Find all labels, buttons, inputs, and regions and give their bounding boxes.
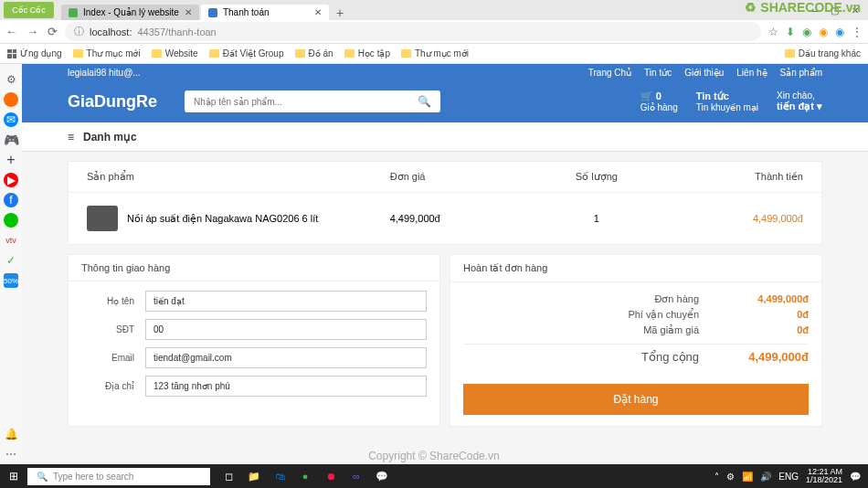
- volume-icon[interactable]: 🔊: [760, 472, 771, 482]
- record-icon[interactable]: ⏺: [322, 468, 340, 484]
- nav-link[interactable]: Sản phẩm: [780, 68, 822, 78]
- coccoc-icon[interactable]: ●: [296, 468, 314, 484]
- sidebar-icon[interactable]: [4, 92, 18, 107]
- sidebar-icon[interactable]: [4, 213, 18, 228]
- forward-button[interactable]: →: [26, 25, 38, 38]
- tab-title: Index - Quản lý website: [83, 7, 179, 17]
- browser-sidebar: ⚙ ✉ 🎮 + ▶ f vtv ✓ 50% 🔔 ⋯: [0, 64, 22, 464]
- news-title: Tin tức: [696, 90, 758, 102]
- bookmark-item[interactable]: Thư mục mới: [73, 48, 141, 58]
- col-header: Sản phẩm: [87, 171, 390, 183]
- store-icon[interactable]: 🛍: [270, 468, 289, 484]
- tray-icon[interactable]: ⚙: [726, 472, 735, 482]
- url-input[interactable]: ⓘ localhost:44357/thanh-toan: [65, 22, 761, 41]
- back-button[interactable]: ←: [5, 25, 17, 38]
- clock[interactable]: 12:21 AM 1/18/2021: [806, 468, 842, 484]
- panel-title: Thông tin giao hàng: [69, 255, 439, 281]
- ext-icon[interactable]: ◉: [819, 26, 828, 38]
- settings-icon[interactable]: ⚙: [4, 72, 18, 87]
- apps-button[interactable]: Ứng dụng: [7, 48, 62, 58]
- ext-icon[interactable]: ⬇: [786, 26, 795, 38]
- page-body: Sản phẩm Đơn giá Số lượng Thành tiền Nồi…: [22, 152, 868, 464]
- sidebar-icon[interactable]: ✓: [4, 253, 18, 268]
- bookmark-item[interactable]: Đất Việt Group: [209, 48, 284, 58]
- news-widget[interactable]: Tin tức Tin khuyến mại: [696, 90, 758, 112]
- bookmark-item[interactable]: Website: [152, 48, 198, 58]
- search-icon[interactable]: 🔍: [418, 95, 431, 108]
- nav-link[interactable]: Tin tức: [644, 68, 672, 78]
- game-icon[interactable]: 🎮: [4, 133, 18, 147]
- nav-link[interactable]: Liên hệ: [736, 68, 767, 78]
- address-input[interactable]: [145, 376, 427, 397]
- cart-count: 0: [656, 90, 662, 101]
- wifi-icon[interactable]: 📶: [742, 472, 753, 482]
- product-image: [87, 206, 118, 231]
- total-value: 4,499,000đ: [726, 350, 809, 364]
- info-icon: ⓘ: [74, 25, 84, 38]
- tab-favicon: [69, 8, 78, 17]
- site-header: GiaDungRe 🔍 🛒 0 Giỏ hàng Tin tức Tin khu…: [22, 80, 868, 122]
- nav-link[interactable]: Trang Chủ: [588, 68, 631, 78]
- notifications-icon[interactable]: 💬: [850, 472, 861, 482]
- new-tab-button[interactable]: +: [331, 5, 349, 20]
- reload-button[interactable]: ⟳: [48, 25, 58, 38]
- start-button[interactable]: ⊞: [0, 470, 27, 483]
- plus-icon[interactable]: +: [4, 153, 18, 167]
- email-input[interactable]: [145, 347, 427, 368]
- star-icon[interactable]: ☆: [768, 26, 778, 38]
- browser-tab[interactable]: Thanh toán ✕: [201, 5, 329, 20]
- bookmark-item[interactable]: Đồ án: [295, 48, 333, 58]
- taskbar-search[interactable]: 🔍 Type here to search: [27, 468, 210, 485]
- bookmark-item[interactable]: Thư mục mới: [401, 48, 469, 58]
- url-path: 44357/thanh-toan: [137, 27, 216, 37]
- category-bar[interactable]: ≡ Danh mục: [22, 122, 868, 152]
- browser-logo: Cốc Cốc: [4, 2, 54, 18]
- place-order-button[interactable]: Đặt hàng: [463, 384, 809, 415]
- watermark-top: ♻ SHARECODE.vn: [745, 0, 861, 15]
- youtube-icon[interactable]: ▶: [4, 173, 18, 187]
- close-icon[interactable]: ✕: [185, 7, 192, 17]
- cart-icon: 🛒: [640, 90, 653, 101]
- sidebar-icon[interactable]: 50%: [4, 273, 18, 288]
- username: tiến đạt ▾: [777, 101, 822, 112]
- nav-link[interactable]: Giới thiệu: [684, 68, 724, 78]
- vs-icon[interactable]: ∞: [347, 468, 365, 484]
- tab-title: Thanh toán: [223, 7, 270, 17]
- other-bookmarks[interactable]: Dấu trang khác: [785, 48, 861, 58]
- messenger-icon[interactable]: ✉: [4, 112, 18, 127]
- bookmark-item[interactable]: Học tập: [344, 48, 390, 58]
- facebook-icon[interactable]: f: [4, 193, 18, 207]
- summary-label: Mã giảm giá: [643, 324, 699, 336]
- col-header: Số lượng: [527, 171, 665, 183]
- more-icon[interactable]: ⋯: [4, 447, 18, 461]
- phone-input[interactable]: [145, 319, 427, 340]
- brand-logo[interactable]: GiaDungRe: [68, 92, 157, 111]
- tray-chevron[interactable]: ˄: [715, 472, 719, 482]
- top-links-bar: legialai98 hitu@... Trang Chủ Tin tức Gi…: [22, 64, 868, 80]
- greeting: Xin chào,: [777, 90, 822, 101]
- lang-indicator[interactable]: ENG: [778, 472, 799, 482]
- menu-icon: ≡: [68, 131, 74, 143]
- name-input[interactable]: [145, 291, 427, 312]
- ext-icon[interactable]: ◉: [835, 26, 844, 38]
- search-input[interactable]: [194, 97, 418, 107]
- sidebar-icon[interactable]: vtv: [4, 233, 18, 248]
- taskbar-icon[interactable]: ◻: [219, 468, 238, 484]
- order-panel: Hoàn tất đơn hàng Đơn hàng4,499,000đ Phí…: [450, 254, 822, 427]
- col-header: Đơn giá: [390, 171, 528, 183]
- search-placeholder: Type here to search: [53, 472, 133, 482]
- summary-label: Đơn hàng: [654, 293, 699, 305]
- menu-icon[interactable]: ⋮: [852, 26, 863, 38]
- bell-icon[interactable]: 🔔: [4, 427, 18, 441]
- close-icon[interactable]: ✕: [314, 7, 322, 17]
- ext-icon[interactable]: ◉: [802, 26, 811, 38]
- zalo-icon[interactable]: 💬: [373, 468, 391, 484]
- explorer-icon[interactable]: 📁: [245, 468, 263, 484]
- cart-widget[interactable]: 🛒 0 Giỏ hàng: [640, 90, 678, 112]
- user-widget[interactable]: Xin chào, tiến đạt ▾: [777, 90, 822, 112]
- summary-label: Phí vận chuyển: [628, 309, 699, 321]
- browser-tab[interactable]: Index - Quản lý website ✕: [61, 5, 199, 20]
- name-label: Họ tên: [81, 296, 145, 306]
- windows-taskbar: ⊞ 🔍 Type here to search ◻ 📁 🛍 ● ⏺ ∞ 💬 ˄ …: [0, 464, 868, 488]
- search-box[interactable]: 🔍: [185, 90, 440, 112]
